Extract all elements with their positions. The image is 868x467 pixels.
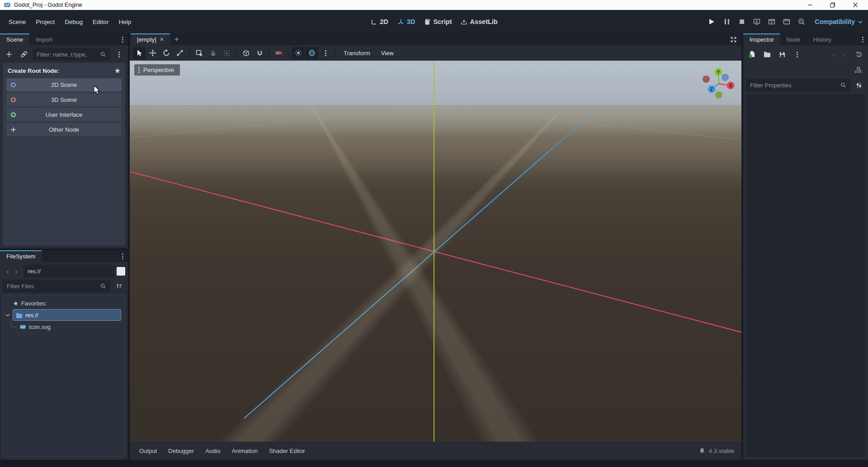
instantiate-scene-button[interactable] [18,48,30,61]
search-icon [100,283,106,289]
bottom-panel: Output Debugger Audio Animation Shader E… [130,442,741,460]
play-scene-button[interactable] [765,16,778,28]
control-icon [10,112,16,118]
move-tool-button[interactable] [146,47,159,59]
play-custom-scene-button[interactable] [780,16,793,28]
renderer-dropdown[interactable]: Compatibility [815,18,863,25]
workspace-assetlib[interactable]: AssetLib [461,18,497,25]
preview-sunlight-toggle-icon[interactable] [292,47,305,59]
animation-panel-button[interactable]: Animation [226,444,263,457]
perspective-menu[interactable]: Perspective [134,64,180,76]
audio-panel-button[interactable]: Audio [200,444,225,457]
scene-dock-menu-icon[interactable] [118,33,128,45]
tab-inspector[interactable]: Inspector [743,33,780,45]
menu-project[interactable]: Project [31,16,60,28]
play-button[interactable] [706,16,718,28]
fs-path-field[interactable]: res:// [24,265,114,277]
create-3d-scene-button[interactable]: 3D Scene [6,93,122,106]
property-tools-icon[interactable] [853,79,865,91]
tab-filesystem[interactable]: FileSystem [0,250,42,262]
filter-properties-input[interactable]: Filter Properties [746,79,850,91]
close-button[interactable] [852,1,859,9]
workspace-switcher: 2D 3D Script AssetLib [370,18,497,25]
add-node-button[interactable] [3,48,15,61]
search-icon [100,51,106,57]
fs-filter-input[interactable]: Filter Files [3,280,110,292]
scale-tool-button[interactable] [174,47,186,59]
create-root-node-panel: Create Root Node: ★ 2D Scene 3D Scene [3,63,125,246]
menu-debug[interactable]: Debug [60,16,88,28]
scene-tree-options-icon[interactable] [113,48,125,61]
snap-toggle-icon[interactable] [253,47,266,59]
left-dock: Scene Import Filter: name, t:type, [0,33,128,460]
search-help-icon[interactable]: DOC [852,63,865,76]
stop-button[interactable] [736,16,748,28]
view-menu[interactable]: View [376,50,399,57]
create-other-node-button[interactable]: Other Node [6,123,122,136]
close-tab-icon[interactable]: × [160,36,164,43]
local-space-toggle-icon[interactable] [240,47,252,59]
inspector-menu-icon[interactable] [858,33,868,45]
inspected-object-name-field [746,63,849,76]
menu-editor[interactable]: Editor [88,16,113,28]
list-select-tool-button[interactable] [193,47,206,59]
tab-scene[interactable]: Scene [0,33,29,45]
filesystem-menu-icon[interactable] [118,250,128,262]
viewport-3d[interactable]: Perspective Y X Z [130,61,741,442]
menu-scene[interactable]: Scene [4,16,31,28]
rotate-tool-button[interactable] [160,47,173,59]
transform-menu[interactable]: Transform [339,50,375,57]
axis-gizmo[interactable]: Y X Z [698,62,740,101]
workspace-2d[interactable]: 2D [370,18,388,25]
tab-import[interactable]: Import [29,33,59,45]
create-user-interface-button[interactable]: User Interface [6,108,122,121]
fs-split-mode-button[interactable] [117,267,125,276]
new-resource-icon[interactable] [746,48,759,61]
resource-options-icon[interactable] [791,48,803,61]
expand-viewport-icon[interactable] [726,33,741,45]
tab-node[interactable]: Node [780,33,807,45]
minimize-button[interactable] [807,1,814,9]
camera-preview-icon[interactable] [273,47,285,59]
scene-filter-input[interactable]: Filter: name, t:type, [33,48,110,61]
scene-tab-empty[interactable]: [empty] × [131,33,170,45]
chevron-down-icon [858,20,863,24]
plus-icon [10,127,16,133]
lock-icon[interactable] [207,47,219,59]
group-icon[interactable] [220,47,233,59]
select-tool-button[interactable] [133,47,146,59]
tab-history[interactable]: History [807,33,838,45]
save-icon[interactable] [776,48,788,61]
create-2d-scene-button[interactable]: 2D Scene [6,78,122,91]
restore-button[interactable] [829,1,836,9]
preview-environment-toggle-icon[interactable] [306,47,318,59]
output-panel-button[interactable]: Output [134,444,162,457]
root-folder-row[interactable]: res:// [5,309,123,321]
horizon-fog [130,105,741,191]
shader-editor-panel-button[interactable]: Shader Editor [264,444,310,457]
inspector-tabbar: Inspector Node History [743,33,868,45]
sun-environment-options-icon[interactable] [319,47,332,59]
new-scene-tab-button[interactable]: + [170,33,184,45]
debugger-panel-button[interactable]: Debugger [163,444,199,457]
script-icon [424,19,430,25]
menu-help[interactable]: Help [113,16,136,28]
pause-button[interactable] [721,16,733,28]
object-history-icon[interactable] [853,48,865,61]
godot-file-icon [19,324,26,330]
workspace-3d[interactable]: 3D [397,18,415,25]
selected-folder[interactable]: res:// [13,309,121,321]
favorites-row[interactable]: ★ Favorites: [5,297,123,309]
load-resource-folder-icon[interactable] [761,48,774,61]
fs-forward-button[interactable]: › [11,267,21,275]
fs-sort-icon[interactable] [113,280,125,292]
file-row-icon-svg[interactable]: icon.svg [5,321,123,333]
history-forward-icon[interactable]: › [838,48,850,61]
notification-bell-icon[interactable] [699,448,705,454]
chevron-expanded-icon[interactable] [5,314,10,317]
workspace-script[interactable]: Script [424,18,452,25]
favorites-star-icon[interactable]: ★ [114,67,120,74]
remote-play-icon[interactable] [750,16,763,28]
3d-icon [397,19,404,25]
movie-maker-icon[interactable] [795,16,807,28]
